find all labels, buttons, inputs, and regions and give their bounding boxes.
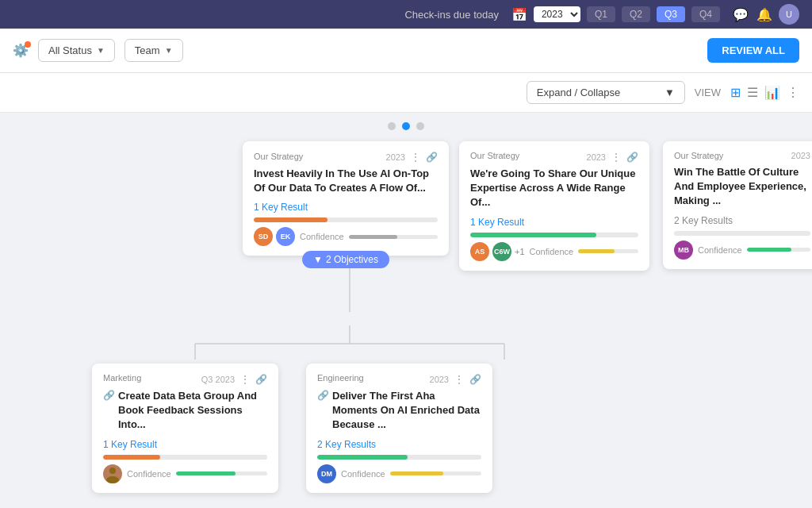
card-year: 2023 [430, 375, 449, 384]
list-view-icon[interactable]: ☰ [747, 85, 758, 100]
progress-fill [103, 455, 160, 460]
chat-icon[interactable]: 💬 [733, 7, 749, 22]
key-results-label[interactable]: 1 Key Result [470, 217, 638, 228]
card-category: Our Strategy [254, 152, 303, 161]
user-avatar[interactable]: U [779, 4, 799, 25]
page-dot-3[interactable] [416, 122, 424, 130]
card-menu-icon[interactable]: ⋮ [454, 373, 465, 386]
card-category: Our Strategy [470, 151, 519, 160]
confidence-fill [747, 248, 791, 252]
expand-collapse-select[interactable]: Expand / Collapse ▼ [527, 81, 685, 104]
all-status-filter[interactable]: All Status ▼ [38, 39, 115, 62]
avatar-sd: SD [254, 227, 273, 246]
link-icon: 🔗 [103, 389, 115, 402]
q4-button[interactable]: Q4 [691, 6, 720, 22]
more-view-icon[interactable]: ⋮ [787, 85, 799, 100]
top-bar: Check-ins due today 📅 2023 2024 Q1 Q2 Q3… [0, 0, 812, 29]
key-results-label[interactable]: 1 Key Result [254, 202, 438, 213]
progress-bar [254, 217, 438, 222]
card-menu-icon[interactable]: ⋮ [611, 151, 622, 164]
third-objective-card: Our Strategy 2023 Win The Battle Of Cult… [663, 141, 812, 269]
confidence-fill [390, 471, 443, 475]
checkins-label: Check-ins due today [404, 9, 499, 21]
svg-point-6 [106, 476, 119, 483]
confidence-bar [578, 249, 638, 253]
confidence-bar [349, 235, 438, 239]
card-category: Engineering [317, 373, 364, 383]
q2-button[interactable]: Q2 [622, 6, 650, 22]
card-title-text: Create Data Beta Group And Book Feedback… [118, 389, 267, 433]
card-link-icon[interactable]: 🔗 [626, 152, 638, 163]
avatar-c6w: C6W [492, 242, 511, 261]
objectives-button[interactable]: ▼ 2 Objectives [302, 251, 389, 268]
engineering-card: Engineering 2023 ⋮ 🔗 🔗 Deliver The First… [306, 364, 492, 493]
avatar-mb: MB [674, 241, 693, 260]
confidence-label: Confidence [300, 232, 344, 241]
card-menu-icon[interactable]: ⋮ [410, 151, 421, 164]
card-year: 2023 [791, 151, 810, 160]
avatar-ek: EK [276, 227, 295, 246]
bell-icon[interactable]: 🔔 [756, 7, 772, 22]
plus-count: +1 [515, 247, 525, 256]
card-title-text: Deliver The First Aha Moments On AI Enri… [332, 389, 481, 433]
main-content: Our Strategy 2023 ⋮ 🔗 Invest Heavily In … [0, 133, 812, 508]
marketing-card: Marketing Q3 2023 ⋮ 🔗 🔗 Create Data Beta… [92, 364, 278, 493]
svg-point-5 [109, 468, 116, 474]
card-link-icon[interactable]: 🔗 [469, 374, 481, 385]
page-dot-2[interactable] [402, 122, 410, 130]
progress-bar [470, 233, 638, 237]
confidence-bar [176, 471, 267, 475]
card-link-icon[interactable]: 🔗 [426, 152, 438, 163]
chevron-down-icon: ▼ [665, 87, 675, 98]
avatar-photo [103, 464, 122, 483]
filter-bar: ⚙️ All Status ▼ Team ▼ REVIEW ALL [0, 29, 812, 73]
q1-button[interactable]: Q1 [587, 6, 615, 22]
card-menu-icon[interactable]: ⋮ [239, 373, 251, 386]
card-category: Marketing [103, 373, 141, 383]
card-year: Q3 2023 [201, 375, 235, 384]
grid-view-icon[interactable]: ⊞ [730, 85, 741, 100]
card-year: 2023 [386, 152, 405, 162]
year-select[interactable]: 2023 2024 [534, 6, 580, 22]
pagination [0, 113, 812, 133]
progress-bar [674, 231, 810, 236]
key-results-label[interactable]: 1 Key Result [103, 439, 267, 450]
progress-bar [103, 455, 267, 460]
confidence-fill [578, 249, 614, 253]
link-icon: 🔗 [317, 389, 329, 402]
progress-fill [317, 455, 408, 460]
avatar-as: AS [470, 242, 489, 261]
card-title: We're Going To Share Our Unique Expertis… [470, 167, 638, 210]
progress-fill [470, 233, 596, 237]
key-results-label[interactable]: 2 Key Results [674, 215, 810, 226]
confidence-fill [349, 235, 398, 239]
card-title: Invest Heavily In The Use AI On-Top Of O… [254, 167, 438, 195]
confidence-label: Confidence [698, 245, 742, 255]
card-link-icon[interactable]: 🔗 [255, 374, 267, 385]
chart-view-icon[interactable]: 📊 [764, 85, 780, 100]
second-objective-card: Our Strategy 2023 ⋮ 🔗 We're Going To Sha… [459, 141, 649, 271]
team-filter[interactable]: Team ▼ [124, 39, 183, 62]
confidence-label: Confidence [127, 469, 171, 479]
confidence-fill [176, 471, 236, 475]
q3-button[interactable]: Q3 [657, 6, 685, 22]
calendar-icon[interactable]: 📅 [511, 7, 527, 22]
main-objective-card: Our Strategy 2023 ⋮ 🔗 Invest Heavily In … [243, 141, 449, 256]
confidence-bar [747, 248, 810, 252]
confidence-bar [390, 471, 481, 475]
confidence-label: Confidence [530, 247, 574, 256]
avatar-dm: DM [317, 464, 336, 483]
filter-icon[interactable]: ⚙️ [13, 44, 29, 57]
progress-bar [317, 455, 481, 460]
card-title: Win The Battle Of Culture And Employee E… [674, 165, 810, 209]
confidence-label: Confidence [341, 469, 385, 479]
card-category: Our Strategy [674, 151, 723, 160]
chevron-down-icon: ▼ [97, 46, 105, 55]
review-all-button[interactable]: REVIEW ALL [707, 38, 799, 63]
cards-area: Our Strategy 2023 ⋮ 🔗 Invest Heavily In … [13, 133, 799, 508]
chevron-down-icon: ▼ [165, 46, 173, 55]
secondary-bar: Expand / Collapse ▼ VIEW ⊞ ☰ 📊 ⋮ [0, 73, 812, 113]
key-results-label[interactable]: 2 Key Results [317, 439, 481, 450]
progress-fill [254, 217, 327, 222]
page-dot-1[interactable] [388, 122, 396, 130]
